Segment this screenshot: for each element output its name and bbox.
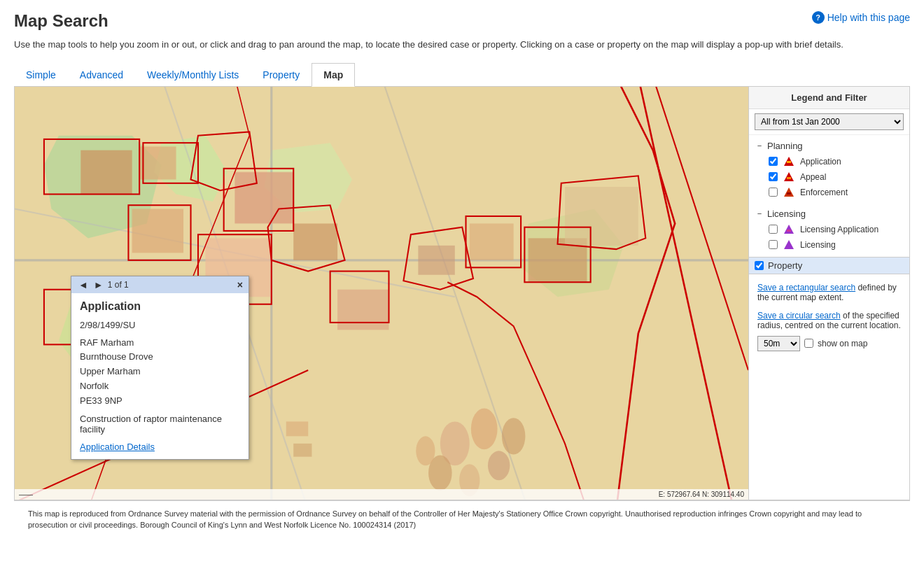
- svg-rect-16: [132, 209, 183, 253]
- popup-details-link[interactable]: Application Details: [80, 442, 155, 452]
- popup-reference: 2/98/1499/SU: [80, 320, 240, 330]
- save-rectangular-search-link[interactable]: Save a rectangular search: [757, 283, 855, 292]
- svg-marker-59: [784, 240, 794, 249]
- popup-next-button[interactable]: ►: [92, 279, 105, 290]
- popup-address-line3: Upper Marham: [80, 366, 141, 376]
- enforcement-checkbox[interactable]: [769, 188, 778, 197]
- map-scale: ——: [19, 491, 33, 498]
- page-title: Map Search: [14, 11, 108, 31]
- show-on-map-label: show on map: [818, 339, 867, 348]
- application-label: Application: [800, 157, 841, 167]
- property-label: Property: [768, 260, 802, 271]
- licensing-application-checkbox[interactable]: [769, 225, 778, 234]
- popup-address: RAF Marham Burnthouse Drove Upper Marham…: [80, 336, 240, 409]
- help-label: Help with this page: [827, 12, 910, 23]
- appeal-checkbox[interactable]: [769, 172, 778, 181]
- appeal-icon: [782, 171, 796, 183]
- save-circular-search-link[interactable]: Save a circular search: [757, 311, 841, 320]
- main-content: ◄ ► 1 of 1 × Application 2/98/1499/SU RA…: [14, 87, 910, 500]
- map-coordinates: E: 572967.64 N: 309114.40: [659, 491, 744, 498]
- enforcement-label: Enforcement: [800, 188, 848, 197]
- svg-marker-55: [784, 188, 794, 197]
- svg-point-25: [471, 408, 498, 449]
- popup-title: Application: [80, 300, 240, 313]
- licensing-application-label: Licensing Application: [800, 225, 878, 234]
- svg-rect-50: [293, 443, 312, 456]
- application-checkbox[interactable]: [769, 157, 778, 166]
- rect-search-paragraph: Save a rectangular search defined by the…: [757, 283, 901, 302]
- map-popup: ◄ ► 1 of 1 × Application 2/98/1499/SU RA…: [71, 276, 249, 460]
- legend-item-licensing-application: Licensing Application: [749, 222, 909, 237]
- tab-weekly-monthly[interactable]: Weekly/Monthly Lists: [135, 63, 251, 87]
- legend-item-appeal: Appeal: [749, 169, 909, 185]
- svg-rect-17: [337, 289, 388, 330]
- sidebar-footer: Save a rectangular search defined by the…: [749, 276, 909, 500]
- enforcement-icon: [782, 187, 796, 198]
- svg-rect-54: [787, 177, 791, 179]
- popup-body: Application 2/98/1499/SU RAF Marham Burn…: [71, 293, 248, 460]
- planning-group-label: Planning: [767, 141, 803, 151]
- tab-property[interactable]: Property: [251, 63, 312, 87]
- show-on-map-checkbox[interactable]: [804, 339, 813, 348]
- legend-item-enforcement: Enforcement: [749, 185, 909, 200]
- svg-rect-11: [80, 150, 132, 194]
- footer-copyright: This map is reproduced from Ordnance Sur…: [14, 500, 910, 538]
- planning-collapse-button[interactable]: −: [755, 141, 764, 150]
- svg-point-28: [488, 451, 510, 480]
- circular-search-paragraph: Save a circular search of the specified …: [757, 311, 901, 330]
- svg-rect-12: [139, 146, 176, 179]
- licensing-checkbox[interactable]: [769, 240, 778, 249]
- legend-planning-section: − Planning Application: [749, 135, 909, 203]
- svg-rect-13: [234, 172, 293, 223]
- filter-dropdown-row: All from 1st Jan 2000 Last 7 days Last 3…: [749, 109, 909, 135]
- legend-item-application: Application: [749, 154, 909, 169]
- property-checkbox[interactable]: [755, 261, 764, 270]
- svg-rect-14: [293, 223, 337, 260]
- application-icon: [782, 156, 796, 167]
- svg-marker-57: [784, 225, 794, 234]
- licensing-group-label: Licensing: [767, 209, 806, 219]
- tab-map[interactable]: Map: [312, 63, 355, 87]
- map-area[interactable]: ◄ ► 1 of 1 × Application 2/98/1499/SU RA…: [15, 87, 748, 500]
- popup-nav: ◄ ► 1 of 1: [77, 279, 129, 290]
- help-icon: ?: [812, 11, 825, 24]
- help-link[interactable]: ? Help with this page: [812, 11, 910, 24]
- legend-item-licensing: Licensing: [749, 237, 909, 253]
- appeal-label: Appeal: [800, 172, 826, 182]
- licensing-icon: [782, 239, 796, 251]
- svg-rect-21: [565, 187, 638, 246]
- legend-property-row: Property: [749, 257, 909, 274]
- radius-select[interactable]: 50m 100m 200m 500m 1km: [757, 336, 800, 351]
- popup-header: ◄ ► 1 of 1 ×: [71, 276, 248, 293]
- licensing-collapse-button[interactable]: −: [755, 209, 764, 218]
- svg-rect-19: [470, 223, 514, 260]
- tab-bar: Simple Advanced Weekly/Monthly Lists Pro…: [14, 63, 910, 87]
- svg-point-29: [416, 436, 435, 465]
- popup-address-line4: Norfolk: [80, 381, 108, 391]
- svg-rect-49: [286, 421, 308, 436]
- circular-search-controls: 50m 100m 200m 500m 1km show on map: [757, 336, 901, 351]
- popup-address-line1: RAF Marham: [80, 337, 134, 348]
- page-description: Use the map tools to help you zoom in or…: [14, 38, 910, 52]
- filter-dropdown[interactable]: All from 1st Jan 2000 Last 7 days Last 3…: [755, 113, 904, 130]
- legend-licensing-section: − Licensing Licensing Application: [749, 203, 909, 255]
- svg-marker-53: [784, 172, 794, 181]
- svg-rect-56: [787, 192, 791, 195]
- popup-counter: 1 of 1: [108, 280, 129, 290]
- svg-rect-18: [418, 245, 454, 274]
- popup-close-button[interactable]: ×: [237, 279, 243, 290]
- planning-group-header: − Planning: [749, 138, 909, 154]
- svg-rect-52: [787, 161, 791, 163]
- tab-advanced[interactable]: Advanced: [68, 63, 135, 87]
- sidebar: Legend and Filter All from 1st Jan 2000 …: [748, 87, 909, 500]
- popup-address-line5: PE33 9NP: [80, 395, 122, 406]
- map-coords-bar: —— E: 572967.64 N: 309114.40: [15, 489, 748, 500]
- licensing-application-icon: [782, 224, 796, 235]
- tab-simple[interactable]: Simple: [14, 63, 68, 87]
- popup-description: Construction of raptor maintenance facil…: [80, 414, 240, 435]
- svg-point-30: [502, 418, 526, 454]
- popup-prev-button[interactable]: ◄: [77, 279, 90, 290]
- legend-title: Legend and Filter: [749, 87, 909, 109]
- popup-address-line2: Burnthouse Drove: [80, 351, 153, 362]
- licensing-label: Licensing: [800, 240, 836, 250]
